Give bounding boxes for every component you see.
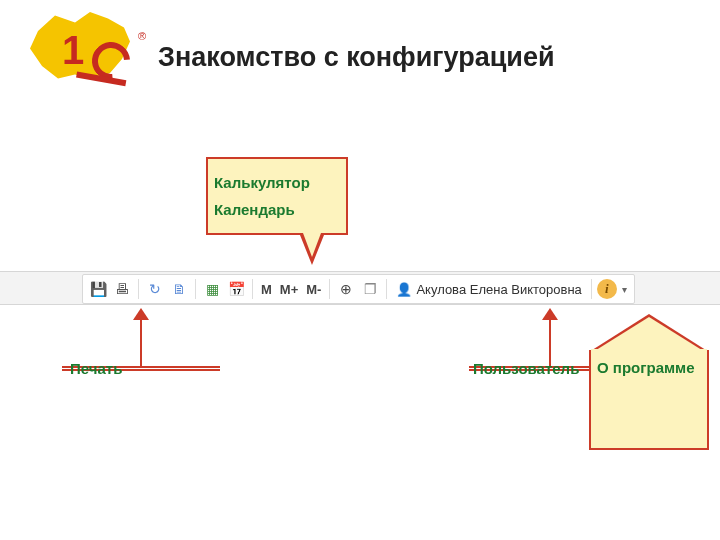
memory-m-button[interactable]: M — [258, 282, 275, 297]
callout-about: О программе — [589, 350, 709, 450]
current-user[interactable]: 👤 Акулова Елена Викторовна — [392, 282, 585, 297]
callout-line-calendar: Календарь — [214, 196, 340, 223]
callout-line-calculator: Калькулятор — [214, 169, 340, 196]
callout-about-pointer — [589, 314, 709, 352]
separator — [591, 279, 592, 299]
label-user: Пользователь — [473, 360, 579, 377]
pointer-print — [140, 310, 142, 368]
calculator-icon[interactable]: ▦ — [201, 278, 223, 300]
logo-digit: 1 — [62, 28, 84, 73]
zoom-in-icon[interactable]: ⊕ — [335, 278, 357, 300]
refresh-icon[interactable]: ↻ — [144, 278, 166, 300]
toolbar: 💾 🖶 ↻ 🗎 ▦ 📅 M M+ M- ⊕ ❐ 👤 Акулова Елена … — [82, 274, 635, 304]
memory-mminus-button[interactable]: M- — [303, 282, 324, 297]
user-name-label: Акулова Елена Викторовна — [416, 282, 581, 297]
about-icon[interactable]: i — [597, 279, 617, 299]
document-icon[interactable]: 🗎 — [168, 278, 190, 300]
separator — [386, 279, 387, 299]
separator — [329, 279, 330, 299]
page-title: Знакомство с конфигурацией — [158, 42, 555, 73]
separator — [252, 279, 253, 299]
windows-icon[interactable]: ❐ — [359, 278, 381, 300]
logo-registered: ® — [138, 30, 146, 42]
memory-mplus-button[interactable]: M+ — [277, 282, 301, 297]
label-about: О программе — [597, 358, 701, 378]
dropdown-caret-icon[interactable]: ▾ — [619, 284, 630, 295]
save-icon[interactable]: 💾 — [87, 278, 109, 300]
separator — [195, 279, 196, 299]
logo-1c: 1 ® — [30, 10, 135, 95]
callout-pointer-down — [300, 235, 324, 265]
callout-seam — [591, 349, 707, 353]
toolbar-strip: 💾 🖶 ↻ 🗎 ▦ 📅 M M+ M- ⊕ ❐ 👤 Акулова Елена … — [0, 271, 720, 305]
callout-calculator-calendar: Калькулятор Календарь — [206, 157, 348, 235]
user-icon: 👤 — [396, 282, 412, 297]
calendar-icon[interactable]: 📅 — [225, 278, 247, 300]
label-print: Печать — [70, 360, 122, 377]
print-icon[interactable]: 🖶 — [111, 278, 133, 300]
separator — [138, 279, 139, 299]
